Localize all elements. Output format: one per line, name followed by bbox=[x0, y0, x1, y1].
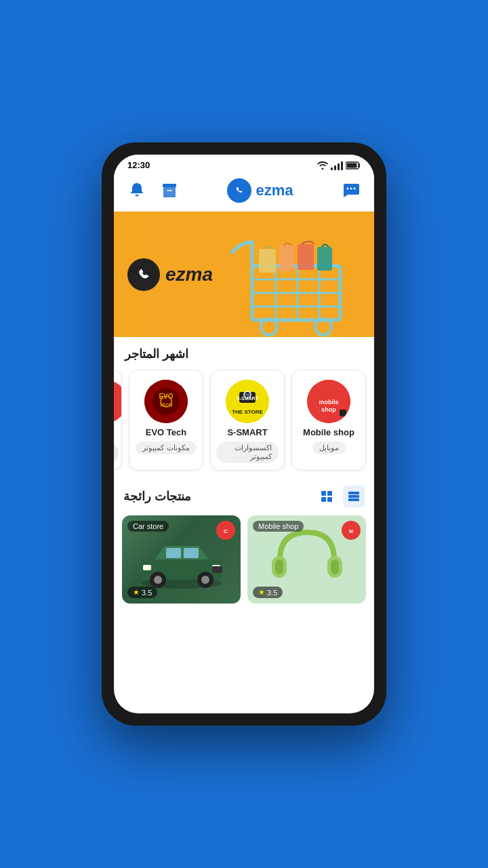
svg-rect-44 bbox=[327, 497, 332, 502]
chat-button[interactable] bbox=[339, 178, 363, 203]
product-store-label-mobile: Mobile shop bbox=[253, 521, 304, 532]
star-icon-2: ★ bbox=[258, 588, 265, 597]
signal-icon bbox=[331, 161, 343, 170]
store-card-evo[interactable]: EVO TECH EVO Tech مكونات كمبيوتر bbox=[129, 370, 203, 471]
svg-rect-40 bbox=[348, 498, 359, 501]
banner-logo: ezma bbox=[127, 258, 213, 291]
svg-point-54 bbox=[201, 576, 209, 584]
product-store-label-car: Car store bbox=[127, 521, 169, 532]
svg-rect-25 bbox=[340, 410, 346, 416]
svg-rect-1 bbox=[347, 163, 357, 167]
view-toggle bbox=[316, 486, 365, 507]
product-store-badge-car: C bbox=[216, 521, 235, 540]
svg-rect-47 bbox=[166, 548, 181, 558]
banner-logo-text: ezma bbox=[165, 264, 213, 285]
status-icons bbox=[317, 161, 361, 170]
svg-point-7 bbox=[353, 188, 355, 190]
svg-rect-18 bbox=[259, 249, 276, 273]
product-rating-car: ★ 3.5 bbox=[127, 587, 157, 598]
svg-text:mobile: mobile bbox=[319, 399, 338, 406]
rating-value-car: 3.5 bbox=[142, 589, 152, 597]
svg-rect-49 bbox=[143, 565, 151, 570]
store-name-ssmart: S-SMART bbox=[227, 427, 267, 437]
svg-rect-43 bbox=[321, 497, 326, 502]
ssmart-logo-svg: S-SMART THE STORE 🛒 bbox=[226, 380, 269, 423]
svg-rect-21 bbox=[317, 247, 332, 271]
headphones-svg bbox=[266, 522, 348, 597]
car-store-badge-icon: C bbox=[220, 524, 232, 536]
svg-text:shop: shop bbox=[321, 406, 336, 413]
phone-frame: 12:30 bbox=[102, 142, 386, 726]
store-name-evo: EVO Tech bbox=[146, 427, 186, 437]
product-rating-headphones: ★ 3.5 bbox=[253, 587, 283, 598]
product-store-badge-mobile: M bbox=[342, 521, 361, 540]
store-logo-partial bbox=[114, 380, 122, 423]
store-tag-ssmart: اكسسوارات كمبيوتر bbox=[216, 441, 279, 463]
box-icon bbox=[161, 182, 178, 199]
partial-logo-svg bbox=[114, 380, 122, 423]
store-tag-evo: مكونات كمبيوتر bbox=[136, 441, 196, 454]
svg-text:C: C bbox=[224, 528, 228, 534]
svg-rect-19 bbox=[279, 245, 294, 271]
stores-section-header: اشهر المتاجر bbox=[114, 337, 374, 367]
svg-text:🛒: 🛒 bbox=[244, 391, 252, 399]
grid-view-icon bbox=[320, 490, 333, 503]
chat-icon bbox=[341, 180, 361, 201]
rating-value-headphones: 3.5 bbox=[267, 589, 277, 597]
svg-point-5 bbox=[346, 188, 348, 190]
wifi-icon bbox=[317, 161, 328, 170]
banner-logo-circle bbox=[127, 258, 160, 291]
store-card-mobile[interactable]: mobile shop Mobile shop موبايل bbox=[291, 370, 366, 471]
store-name-mobile: Mobile shop bbox=[303, 427, 354, 437]
header-left-icons bbox=[125, 178, 182, 203]
svg-point-52 bbox=[154, 576, 162, 584]
evo-logo-svg: EVO TECH bbox=[144, 380, 188, 423]
grid-view-button[interactable] bbox=[316, 486, 338, 507]
svg-text:THE STORE: THE STORE bbox=[232, 409, 263, 415]
svg-point-33 bbox=[152, 388, 180, 415]
store-logo-ssmart: S-SMART THE STORE 🛒 bbox=[226, 380, 269, 423]
store-logo-evo: EVO TECH bbox=[144, 380, 188, 423]
svg-rect-20 bbox=[298, 244, 314, 270]
svg-rect-38 bbox=[348, 492, 359, 494]
app-header: ezma bbox=[114, 173, 374, 212]
svg-point-6 bbox=[350, 188, 352, 190]
product-card-car[interactable]: Car store C ★ 3.5 bbox=[122, 515, 241, 604]
bell-icon bbox=[128, 182, 146, 199]
store-card-ssmart[interactable]: S-SMART THE STORE 🛒 S-SMART اكسسوارات كم… bbox=[210, 370, 285, 471]
svg-rect-39 bbox=[348, 495, 359, 498]
bell-button[interactable] bbox=[125, 178, 149, 203]
svg-point-4 bbox=[232, 184, 246, 197]
stores-scroll-container[interactable]: mobile shop Mobile shop موبايل S-SMART T… bbox=[114, 367, 374, 479]
products-grid: Car store C ★ 3.5 bbox=[114, 513, 374, 612]
product-card-headphones[interactable]: Mobile shop M ★ 3.5 bbox=[247, 515, 366, 604]
archive-button[interactable] bbox=[157, 178, 182, 203]
promo-banner: ezma bbox=[114, 212, 374, 337]
logo-phone-icon bbox=[231, 182, 247, 199]
stores-section-title: اشهر المتاجر bbox=[125, 347, 188, 361]
status-time: 12:30 bbox=[127, 160, 150, 170]
mobile-store-badge-icon: M bbox=[345, 524, 357, 536]
svg-text:M: M bbox=[349, 529, 353, 534]
products-section-header: منتجات رائجة bbox=[114, 479, 374, 513]
battery-icon bbox=[346, 161, 361, 170]
store-logo-mobile: mobile shop bbox=[307, 380, 350, 423]
store-tag-mobile: موبايل bbox=[312, 441, 346, 454]
svg-rect-60 bbox=[275, 559, 283, 574]
svg-rect-42 bbox=[327, 491, 332, 496]
banner-logo-icon bbox=[131, 262, 156, 287]
logo-text: ezma bbox=[256, 182, 293, 199]
mobile-shop-logo-svg: mobile shop bbox=[307, 380, 350, 423]
svg-rect-61 bbox=[331, 559, 339, 574]
star-icon: ★ bbox=[133, 588, 140, 597]
list-view-button[interactable] bbox=[343, 486, 365, 507]
status-bar: 12:30 bbox=[114, 155, 374, 173]
shopping-cart-svg bbox=[218, 218, 367, 337]
svg-rect-55 bbox=[212, 566, 222, 573]
banner-cart-illustration bbox=[211, 212, 374, 337]
logo-circle bbox=[227, 178, 251, 203]
phone-screen: 12:30 bbox=[114, 155, 374, 713]
svg-rect-41 bbox=[321, 491, 326, 496]
store-card-partial[interactable]: e bbox=[114, 370, 122, 471]
list-view-icon bbox=[347, 490, 361, 503]
